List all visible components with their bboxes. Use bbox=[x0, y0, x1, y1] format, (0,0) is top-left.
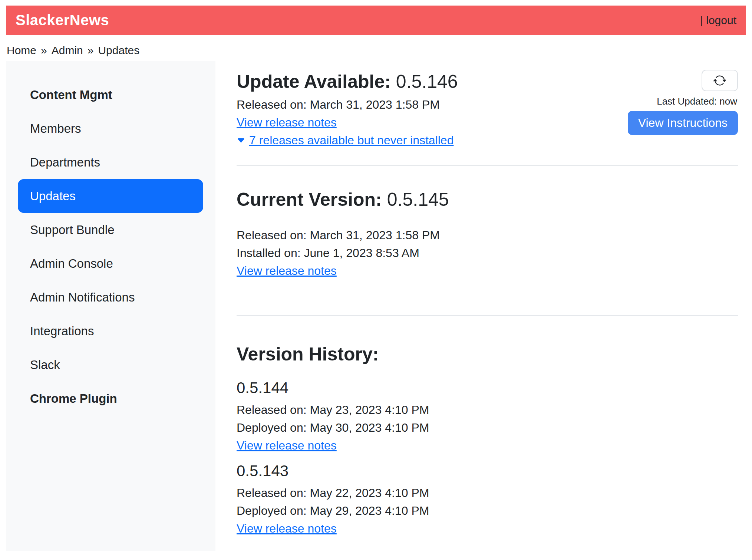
current-version-label: Current Version: bbox=[237, 189, 382, 210]
breadcrumb-current: Updates bbox=[98, 44, 139, 56]
sidebar-item-admin-console[interactable]: Admin Console bbox=[18, 247, 203, 280]
current-version-section: Current Version:0.5.145 Released on: Mar… bbox=[237, 188, 738, 280]
breadcrumb-admin[interactable]: Admin bbox=[52, 44, 83, 56]
view-release-notes-link[interactable]: View release notes bbox=[237, 522, 337, 535]
update-released-on: Released on: March 31, 2023 1:58 PM bbox=[237, 96, 458, 113]
breadcrumb-separator: » bbox=[88, 44, 94, 56]
history-version-number: 0.5.144 bbox=[237, 378, 738, 398]
view-release-notes-link[interactable]: View release notes bbox=[237, 264, 337, 277]
history-released-on: Released on: May 22, 2023 4:10 PM bbox=[237, 484, 738, 502]
update-available-section: Update Available:0.5.146 Released on: Ma… bbox=[237, 70, 738, 149]
breadcrumb: Home»Admin»Updates bbox=[7, 44, 746, 57]
update-utilities: Last Updated: now View Instructions bbox=[628, 70, 738, 135]
layout: Content Mgmt Members Departments Updates… bbox=[6, 61, 746, 551]
sidebar-item-admin-notifications[interactable]: Admin Notifications bbox=[18, 280, 203, 314]
history-version-number: 0.5.143 bbox=[237, 461, 738, 481]
history-deployed-on: Deployed on: May 30, 2023 4:10 PM bbox=[237, 419, 738, 437]
update-available-version: 0.5.146 bbox=[396, 71, 458, 92]
version-history-entry: 0.5.144 Released on: May 23, 2023 4:10 P… bbox=[237, 378, 738, 454]
sidebar-item-content-mgmt[interactable]: Content Mgmt bbox=[18, 78, 203, 112]
sidebar-item-updates[interactable]: Updates bbox=[18, 179, 203, 213]
view-release-notes-link[interactable]: View release notes bbox=[237, 439, 337, 452]
version-history-entry: 0.5.143 Released on: May 22, 2023 4:10 P… bbox=[237, 461, 738, 537]
section-divider bbox=[237, 165, 738, 166]
releases-available-toggle[interactable]: 7 releases available but never installed bbox=[237, 134, 453, 147]
sidebar-item-departments[interactable]: Departments bbox=[18, 145, 203, 179]
view-instructions-button[interactable]: View Instructions bbox=[628, 111, 738, 135]
sidebar-item-slack[interactable]: Slack bbox=[18, 348, 203, 382]
version-history-heading: Version History: bbox=[237, 342, 738, 366]
sidebar-item-support-bundle[interactable]: Support Bundle bbox=[18, 213, 203, 247]
breadcrumb-separator: » bbox=[41, 44, 47, 56]
main-content: Update Available:0.5.146 Released on: Ma… bbox=[215, 61, 746, 537]
sidebar: Content Mgmt Members Departments Updates… bbox=[6, 61, 215, 551]
releases-available-label: 7 releases available but never installed bbox=[249, 134, 453, 147]
sidebar-item-members[interactable]: Members bbox=[18, 112, 203, 145]
view-release-notes-link[interactable]: View release notes bbox=[237, 116, 337, 129]
breadcrumb-home[interactable]: Home bbox=[7, 44, 36, 56]
logout-link[interactable]: | logout bbox=[700, 14, 736, 27]
current-version-number: 0.5.145 bbox=[387, 189, 449, 210]
version-history-section: Version History: 0.5.144 Released on: Ma… bbox=[237, 342, 738, 537]
section-divider bbox=[237, 315, 738, 316]
current-installed-on: Installed on: June 1, 2023 8:53 AM bbox=[237, 244, 738, 262]
app-brand[interactable]: SlackerNews bbox=[16, 12, 109, 29]
sidebar-item-integrations[interactable]: Integrations bbox=[18, 314, 203, 348]
refresh-button[interactable] bbox=[702, 70, 738, 91]
caret-down-icon bbox=[237, 136, 245, 145]
sidebar-item-chrome-plugin[interactable]: Chrome Plugin bbox=[18, 382, 203, 415]
update-available-heading: Update Available:0.5.146 bbox=[237, 70, 458, 93]
current-version-heading: Current Version:0.5.145 bbox=[237, 188, 738, 211]
current-released-on: Released on: March 31, 2023 1:58 PM bbox=[237, 226, 738, 244]
history-released-on: Released on: May 23, 2023 4:10 PM bbox=[237, 401, 738, 419]
last-updated-text: Last Updated: now bbox=[657, 96, 737, 107]
history-deployed-on: Deployed on: May 29, 2023 4:10 PM bbox=[237, 502, 738, 520]
refresh-icon bbox=[713, 74, 726, 87]
app-header: SlackerNews | logout bbox=[6, 6, 746, 35]
page: SlackerNews | logout Home»Admin»Updates … bbox=[0, 0, 752, 551]
update-available-label: Update Available: bbox=[237, 71, 391, 92]
